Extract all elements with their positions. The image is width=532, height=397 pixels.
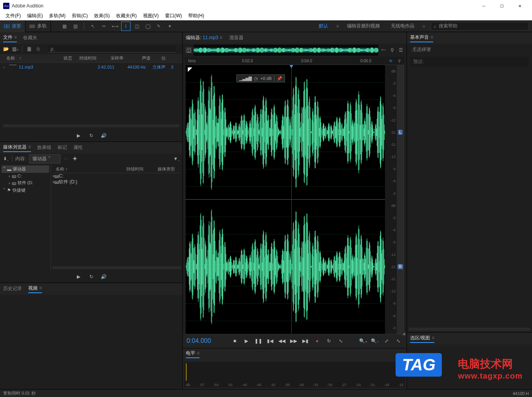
tab-mixer[interactable]: 混音器 <box>229 34 243 41</box>
levels-meter[interactable]: dB-57-54-51-48-45-42-39-36-33-30-27-24-2… <box>184 362 405 388</box>
tab-history[interactable]: 历史记录 <box>3 285 22 293</box>
add-shortcut-icon[interactable]: ✚ <box>72 156 78 161</box>
content-dropdown[interactable]: 驱动器 ˅ <box>29 154 60 163</box>
preview-loop-icon[interactable]: ↻ <box>89 274 94 279</box>
brush-tool[interactable]: ✎ <box>154 22 163 31</box>
lasso-tool[interactable]: ◯ <box>143 22 153 31</box>
waveform-display[interactable]: ▁▃▅▇ ◷ +0 dB 📌 dB-3-6-9-12-21-21-12-9-6-… <box>185 65 404 334</box>
rewind-button[interactable]: ◀◀ <box>278 337 286 345</box>
zoom-selection-button[interactable]: ⤡ <box>394 337 403 345</box>
workspace-default[interactable]: 默认 <box>313 20 334 32</box>
workspace-audio-video[interactable]: 编辑音频到视频 <box>341 20 385 32</box>
tab-favorites[interactable]: 收藏夹 <box>23 34 37 42</box>
channel-r-badge[interactable]: R <box>398 264 403 269</box>
media-scrollbar[interactable] <box>53 266 181 269</box>
tab-video[interactable]: 视频≡ <box>28 285 42 293</box>
tree-drive-c[interactable]: ›🖴C: <box>2 173 49 179</box>
menu-clip[interactable]: 剪辑(C) <box>69 12 91 20</box>
import-icon[interactable]: 📋 <box>26 46 32 52</box>
col-bits[interactable]: 位 <box>160 55 168 61</box>
tab-selection-view[interactable]: 选区/视图≡ <box>410 335 434 343</box>
channel-l-badge[interactable]: L <box>398 130 403 135</box>
preview-play-icon[interactable]: ▶ <box>76 274 82 279</box>
play-button[interactable]: ▶ <box>242 337 251 345</box>
menu-effects[interactable]: 效果(S) <box>91 12 113 20</box>
go-start-button[interactable]: ▮◀ <box>266 337 274 345</box>
tree-drives[interactable]: ˅▬驱动器 <box>2 165 49 173</box>
zoom-navigator-icon[interactable]: ⬳ <box>381 47 386 53</box>
col-name[interactable]: 名称 ↑ <box>56 166 126 172</box>
col-type[interactable]: 媒体类型 <box>158 166 175 172</box>
current-time[interactable]: 0:04.000 <box>187 337 222 344</box>
minimize-button[interactable]: ─ <box>475 0 493 12</box>
col-status[interactable]: 状态 <box>62 55 78 61</box>
menu-favorites[interactable]: 收藏夹(R) <box>113 12 140 20</box>
preview-autoplay-icon[interactable]: 🔊 <box>101 133 107 138</box>
pin-icon[interactable]: ⚲ <box>389 47 395 53</box>
list-item[interactable]: ›🖴软件 (D:) <box>53 179 181 185</box>
record-button[interactable]: ● <box>313 337 321 345</box>
go-end-button[interactable]: ▶▮ <box>301 337 310 345</box>
menu-help[interactable]: 帮助(H) <box>185 12 207 20</box>
maximize-button[interactable]: ☐ <box>493 0 511 12</box>
tab-effects-rack[interactable]: 效果组 <box>37 144 51 152</box>
spot-heal-tool[interactable]: ✦ <box>165 22 174 31</box>
time-ruler[interactable]: hms 0:02.0 0:04.0 0:06.0 ⟲ ⚲ <box>185 57 404 65</box>
tab-media-browser[interactable]: 媒体浏览器≡ <box>3 144 31 152</box>
preview-play-icon[interactable]: ▶ <box>76 133 82 138</box>
menu-icon[interactable]: ☰ <box>398 47 403 53</box>
spectral-frequency-button[interactable]: ▦ <box>60 22 69 31</box>
preset-field[interactable]: 预设: <box>410 57 529 67</box>
col-name[interactable]: 名称 ↑ <box>3 55 62 61</box>
menu-multitrack[interactable]: 多轨(M) <box>46 12 69 20</box>
forward-button[interactable]: ▶▶ <box>289 337 298 345</box>
col-samplerate[interactable]: 采样率 <box>109 55 140 61</box>
move-tool[interactable]: ↖ <box>88 22 98 31</box>
overview-waveform[interactable] <box>194 45 378 56</box>
tab-markers[interactable]: 标记 <box>58 144 67 152</box>
pin-ruler-icon[interactable]: ⚲ <box>396 58 402 63</box>
loop-button[interactable]: ↻ <box>325 337 333 345</box>
resize-handle-icon[interactable]: ◢ <box>402 331 405 335</box>
zoom-in-button[interactable]: 🔍₊ <box>359 337 367 345</box>
files-search[interactable]: ρ˯ <box>48 45 176 53</box>
open-file-icon[interactable]: 📂 <box>3 46 9 52</box>
menu-edit[interactable]: 编辑(E) <box>24 12 46 20</box>
pause-button[interactable]: ❚❚ <box>254 337 263 345</box>
close-button[interactable]: ✕ <box>511 0 529 12</box>
tree-drive-d[interactable]: ›🖴软件 (D: <box>2 179 49 187</box>
ess-scrollbar[interactable] <box>409 328 530 331</box>
zoom-full-button[interactable]: ⤢ <box>382 337 391 345</box>
tab-levels[interactable]: 电平≡ <box>186 350 200 358</box>
new-file-icon[interactable]: ▥₊ <box>13 46 18 52</box>
tab-editor[interactable]: 编辑器: 11.mp3 ≡ <box>186 34 222 41</box>
tab-essential-sound[interactable]: 基本声音≡ <box>410 34 433 42</box>
loop-anchor-icon[interactable]: ⟲ <box>388 58 393 63</box>
toggle-waveform[interactable]: 波形 <box>0 20 25 32</box>
tree-shortcuts[interactable]: ˅⚑快捷键 <box>2 187 49 194</box>
delete-icon[interactable]: 🗑 <box>36 46 41 52</box>
files-scrollbar[interactable] <box>3 124 179 127</box>
filter-icon[interactable]: ▼˯ <box>174 156 179 161</box>
tab-files[interactable]: 文件≡ <box>3 34 17 42</box>
menu-file[interactable]: 文件(F) <box>2 12 24 20</box>
razor-tool[interactable]: ✂ <box>99 22 109 31</box>
col-duration[interactable]: 持续时间 <box>78 55 109 61</box>
col-duration[interactable]: 持续时间 <box>126 166 158 172</box>
hud-pin-icon[interactable]: 📌 <box>277 76 282 81</box>
help-search[interactable]: ⌕ 搜索帮助 <box>431 22 529 31</box>
preview-loop-icon[interactable]: ↻ <box>89 133 94 138</box>
workspace-menu-icon[interactable]: ≡ <box>334 24 341 29</box>
save-icon[interactable]: ⬇˯ <box>3 156 9 161</box>
col-channels[interactable]: 声道 <box>140 55 160 61</box>
skip-selection-button[interactable]: ⤡ <box>336 337 345 345</box>
toggle-multitrack[interactable]: 多轨 <box>25 20 51 32</box>
spectral-pitch-button[interactable]: ▨ <box>71 22 80 31</box>
workspace-radio[interactable]: 无线电作品 <box>385 20 420 32</box>
preview-autoplay-icon[interactable]: 🔊 <box>101 274 107 279</box>
playhead[interactable] <box>291 65 292 334</box>
hud-overlay[interactable]: ▁▃▅▇ ◷ +0 dB 📌 <box>236 74 285 82</box>
workspace-more-icon[interactable]: » <box>420 24 428 29</box>
slip-tool[interactable]: ⟷ <box>110 22 120 31</box>
corner-gradient-icon[interactable] <box>188 67 192 72</box>
